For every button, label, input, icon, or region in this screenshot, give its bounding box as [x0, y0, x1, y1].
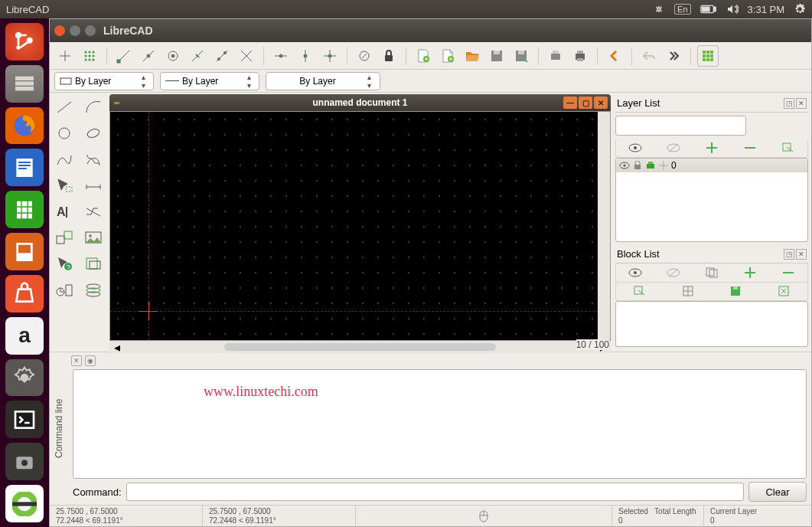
new-from-template[interactable]	[437, 45, 458, 67]
hide-all-blocks[interactable]	[664, 265, 683, 280]
circle-tool[interactable]	[53, 123, 76, 143]
insert-block[interactable]	[774, 283, 793, 299]
image-tool[interactable]	[82, 227, 105, 247]
restrict-vertical[interactable]	[295, 45, 316, 67]
overflow-button[interactable]	[663, 45, 684, 67]
network-icon[interactable]	[653, 3, 665, 15]
vertical-scrollbar[interactable]	[598, 112, 610, 340]
minimize-button[interactable]	[70, 25, 80, 36]
gear-icon[interactable]	[794, 3, 806, 15]
calc-icon[interactable]	[5, 191, 44, 228]
sound-icon[interactable]	[726, 3, 739, 15]
clear-button[interactable]: Clear	[748, 482, 807, 502]
remove-layer[interactable]	[741, 140, 759, 155]
select-tool[interactable]	[53, 175, 76, 195]
close-icon[interactable]: ✕	[796, 249, 807, 260]
firefox-icon[interactable]	[5, 107, 44, 145]
arc-tool[interactable]	[82, 97, 105, 117]
doc-maximize[interactable]: ▢	[579, 97, 592, 109]
remove-block[interactable]	[779, 265, 797, 280]
point-tool[interactable]	[54, 45, 76, 67]
clock[interactable]: 3:31 PM	[748, 4, 784, 15]
layer-filter-input[interactable]	[615, 116, 746, 136]
cmd-detach-icon[interactable]: ◉	[85, 355, 96, 366]
text-tool[interactable]: A	[53, 201, 76, 221]
eye-icon[interactable]	[619, 161, 630, 170]
grid-tool[interactable]	[79, 45, 100, 67]
snap-endpoint[interactable]	[113, 45, 135, 67]
linetype-combo[interactable]: By Layer ▴▾	[54, 72, 154, 90]
color-combo[interactable]: By Layer ▴▾	[266, 72, 380, 90]
measure-tool[interactable]	[53, 280, 76, 300]
battery-icon[interactable]	[700, 5, 717, 14]
dimension-tool[interactable]	[82, 175, 105, 195]
snap-on-entity[interactable]	[138, 45, 159, 67]
layer-row[interactable]: 0	[616, 159, 807, 172]
doc-close[interactable]: ✕	[594, 97, 608, 109]
print-icon[interactable]	[645, 161, 656, 170]
snap-intersection[interactable]	[236, 45, 257, 67]
window-titlebar[interactable]: LibreCAD	[50, 19, 811, 42]
horizontal-scrollbar[interactable]: ◂ ▸ 10 / 100	[109, 341, 611, 353]
snap-middle[interactable]	[187, 45, 208, 67]
snap-distance[interactable]	[211, 45, 233, 67]
screenshot-icon[interactable]	[5, 443, 44, 480]
drawing-canvas[interactable]	[109, 111, 611, 341]
restrict-horizontal[interactable]	[270, 45, 292, 67]
open-file[interactable]	[461, 45, 483, 67]
line-tool[interactable]	[53, 97, 76, 117]
edit-layer[interactable]	[779, 140, 797, 155]
linewidth-combo[interactable]: By Layer ▴▾	[160, 72, 259, 90]
layer-list[interactable]: 0	[615, 158, 808, 242]
settings-icon[interactable]	[5, 359, 44, 397]
grid-panel-button[interactable]	[697, 45, 719, 67]
save-block[interactable]	[726, 283, 745, 299]
spline-tool[interactable]	[53, 149, 76, 169]
system-menubar[interactable]: LibreCAD En 3:31 PM	[0, 0, 812, 18]
files-icon[interactable]	[5, 65, 44, 103]
block-panel-header[interactable]: Block List ◳✕	[615, 247, 808, 264]
hide-all-layers[interactable]	[664, 140, 683, 155]
relative-zero[interactable]	[354, 45, 375, 67]
rename-block[interactable]	[631, 283, 649, 299]
detach-icon[interactable]: ◳	[784, 249, 794, 260]
layer-tool[interactable]	[82, 280, 105, 300]
command-input[interactable]	[126, 483, 744, 501]
save-file[interactable]	[486, 45, 507, 67]
new-file[interactable]	[413, 45, 434, 67]
cmd-close-icon[interactable]: ✕	[71, 355, 82, 366]
info-tool[interactable]: ?	[53, 254, 76, 273]
create-block[interactable]	[703, 265, 721, 280]
block-tool[interactable]	[82, 254, 105, 273]
print-preview[interactable]	[545, 45, 566, 67]
lock-relative-zero[interactable]	[378, 45, 399, 67]
snap-center[interactable]	[162, 45, 184, 67]
edit-block[interactable]	[679, 283, 697, 299]
modify-tool[interactable]	[53, 227, 76, 247]
add-block[interactable]	[741, 265, 759, 280]
undo-button[interactable]	[638, 45, 660, 67]
add-layer[interactable]	[703, 140, 721, 155]
impress-icon[interactable]	[5, 233, 44, 270]
save-as[interactable]	[510, 45, 532, 67]
back-button[interactable]	[604, 45, 625, 67]
lock-icon[interactable]	[633, 161, 642, 170]
show-all-blocks[interactable]	[626, 265, 644, 280]
dash-icon[interactable]	[5, 23, 44, 61]
doc-minimize[interactable]: —	[563, 97, 577, 109]
detach-icon[interactable]: ◳	[784, 98, 794, 109]
construction-icon[interactable]	[659, 161, 668, 170]
close-icon[interactable]: ✕	[796, 98, 807, 109]
librecad-launcher-icon[interactable]	[5, 485, 44, 522]
amazon-icon[interactable]: a	[5, 317, 44, 355]
writer-icon[interactable]	[5, 149, 44, 186]
lang-indicator[interactable]: En	[674, 4, 690, 15]
print[interactable]	[569, 45, 591, 67]
show-all-layers[interactable]	[626, 140, 644, 155]
restrict-orthogonal[interactable]	[319, 45, 341, 67]
hatch-tool[interactable]	[82, 201, 105, 221]
polyline-tool[interactable]	[82, 149, 105, 169]
command-history[interactable]: www.linuxtechi.com	[73, 369, 807, 479]
close-button[interactable]	[54, 25, 65, 36]
software-center-icon[interactable]	[5, 275, 44, 313]
